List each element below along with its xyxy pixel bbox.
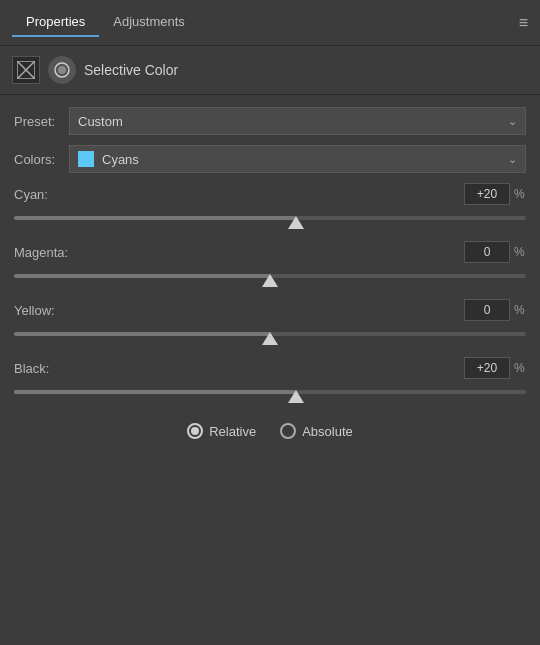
slider-name-2: Yellow: bbox=[14, 303, 464, 318]
colors-row: Colors: Cyans ⌄ bbox=[14, 145, 526, 173]
slider-track-3 bbox=[14, 390, 526, 394]
preset-dropdown[interactable]: Custom ⌄ bbox=[69, 107, 526, 135]
slider-thumb-1[interactable] bbox=[262, 274, 278, 287]
radio-relative-label: Relative bbox=[209, 424, 256, 439]
slider-fill-2 bbox=[14, 332, 270, 336]
slider-header-1: Magenta: 0 % bbox=[14, 241, 526, 263]
preset-value: Custom bbox=[78, 114, 508, 129]
colors-dropdown[interactable]: Cyans ⌄ bbox=[69, 145, 526, 173]
slider-value-3[interactable]: +20 bbox=[464, 357, 510, 379]
slider-track-0 bbox=[14, 216, 526, 220]
preset-label: Preset: bbox=[14, 114, 69, 129]
slider-thumb-container-2 bbox=[262, 332, 278, 345]
slider-name-0: Cyan: bbox=[14, 187, 464, 202]
radio-relative[interactable]: Relative bbox=[187, 423, 256, 439]
slider-pct-3: % bbox=[514, 361, 526, 375]
slider-pct-2: % bbox=[514, 303, 526, 317]
tab-properties[interactable]: Properties bbox=[12, 8, 99, 37]
colors-label: Colors: bbox=[14, 152, 69, 167]
colors-chevron-icon: ⌄ bbox=[508, 153, 517, 166]
circle-svg bbox=[53, 61, 71, 79]
slider-thumb-2[interactable] bbox=[262, 332, 278, 345]
slider-thumb-0[interactable] bbox=[288, 216, 304, 229]
slider-fill-0 bbox=[14, 216, 296, 220]
tab-adjustments[interactable]: Adjustments bbox=[99, 8, 199, 37]
slider-row-2: Yellow: 0 % bbox=[14, 299, 526, 343]
preset-row: Preset: Custom ⌄ bbox=[14, 107, 526, 135]
slider-value-0[interactable]: +20 bbox=[464, 183, 510, 205]
menu-icon[interactable]: ≡ bbox=[519, 14, 528, 32]
slider-value-1[interactable]: 0 bbox=[464, 241, 510, 263]
color-swatch bbox=[78, 151, 94, 167]
sliders-section: Cyan: +20 % Magenta: 0 % bbox=[14, 183, 526, 401]
content-area: Preset: Custom ⌄ Colors: Cyans ⌄ Cyan: +… bbox=[0, 95, 540, 463]
radio-absolute-circle[interactable] bbox=[280, 423, 296, 439]
slider-fill-1 bbox=[14, 274, 270, 278]
preset-chevron-icon: ⌄ bbox=[508, 115, 517, 128]
slider-pct-0: % bbox=[514, 187, 526, 201]
slider-pct-1: % bbox=[514, 245, 526, 259]
panel-header: Properties Adjustments ≡ bbox=[0, 0, 540, 46]
radio-row: Relative Absolute bbox=[14, 415, 526, 447]
slider-row-1: Magenta: 0 % bbox=[14, 241, 526, 285]
svg-point-4 bbox=[58, 66, 66, 74]
slider-row-3: Black: +20 % bbox=[14, 357, 526, 401]
slider-header-0: Cyan: +20 % bbox=[14, 183, 526, 205]
slider-header-3: Black: +20 % bbox=[14, 357, 526, 379]
slider-fill-3 bbox=[14, 390, 296, 394]
slider-row-0: Cyan: +20 % bbox=[14, 183, 526, 227]
selective-color-row: Selective Color bbox=[0, 46, 540, 95]
slider-value-2[interactable]: 0 bbox=[464, 299, 510, 321]
slider-header-2: Yellow: 0 % bbox=[14, 299, 526, 321]
colors-value: Cyans bbox=[102, 152, 508, 167]
radio-relative-dot bbox=[191, 427, 199, 435]
radio-absolute-label: Absolute bbox=[302, 424, 353, 439]
slider-name-3: Black: bbox=[14, 361, 464, 376]
mask-icon[interactable] bbox=[12, 56, 40, 84]
slider-track-container-0[interactable] bbox=[14, 209, 526, 227]
selective-color-label: Selective Color bbox=[84, 62, 178, 78]
slider-thumb-container-0 bbox=[288, 216, 304, 229]
slider-track-container-3[interactable] bbox=[14, 383, 526, 401]
slider-thumb-3[interactable] bbox=[288, 390, 304, 403]
layer-icon[interactable] bbox=[48, 56, 76, 84]
mask-svg bbox=[17, 61, 35, 79]
radio-absolute[interactable]: Absolute bbox=[280, 423, 353, 439]
slider-track-container-1[interactable] bbox=[14, 267, 526, 285]
slider-track-container-2[interactable] bbox=[14, 325, 526, 343]
slider-thumb-container-3 bbox=[288, 390, 304, 403]
slider-thumb-container-1 bbox=[262, 274, 278, 287]
radio-relative-circle[interactable] bbox=[187, 423, 203, 439]
slider-name-1: Magenta: bbox=[14, 245, 464, 260]
